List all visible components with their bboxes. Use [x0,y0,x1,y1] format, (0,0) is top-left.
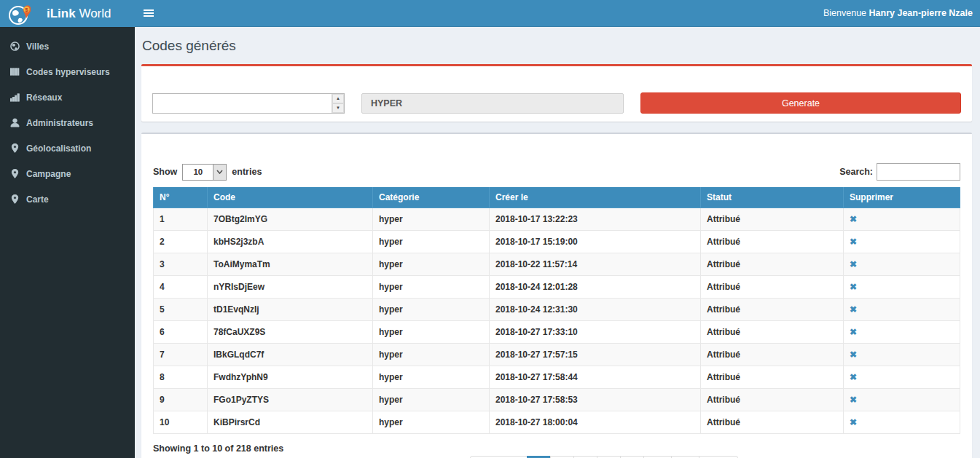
table-row: 9 FGo1PyZTYS hyper 2018-10-27 17:58:53 A… [154,388,960,411]
cell-num: 2 [154,230,208,253]
cell-status: Attribué [701,366,844,388]
table-row: 10 KiBPirsrCd hyper 2018-10-27 18:00:04 … [154,411,960,433]
cell-created: 2018-10-27 18:00:04 [490,411,701,433]
page-button-4[interactable]: 4 [597,456,621,458]
top-bar: $ iLink World Bienvenue Hanry Jean-pierr… [0,0,980,27]
delete-icon[interactable]: ✖ [850,259,857,269]
column-header-creer-le[interactable]: Créer le [490,187,701,208]
column-header-num[interactable]: N° [154,187,208,208]
cell-num: 8 [154,366,208,388]
sidebar-item-label: Carte [26,194,49,205]
page-button-5[interactable]: 5 [620,456,644,458]
sidebar-item-administrateurs[interactable]: Administrateurs [0,110,135,135]
delete-icon[interactable]: ✖ [850,214,857,224]
show-label: Show [153,167,177,177]
cell-category: hyper [373,275,490,298]
map-marker-icon [9,194,20,205]
page-title: Codes générés [142,38,972,54]
page-button-22[interactable]: 22 [671,456,700,458]
cell-category: hyper [373,208,490,230]
delete-icon[interactable]: ✖ [850,237,857,247]
sidebar-item-campagne[interactable]: Campagne [0,161,135,186]
delete-icon[interactable]: ✖ [850,327,857,337]
cell-created: 2018-10-22 11:57:14 [490,253,701,275]
delete-icon[interactable]: ✖ [850,372,857,382]
delete-icon[interactable]: ✖ [850,282,857,292]
sidebar-item-villes[interactable]: Villes [0,33,135,59]
codes-table: N° Code Catégorie Créer le Statut Suppri… [153,187,960,434]
sidebar-item-geolocalisation[interactable]: Géolocalisation [0,135,135,161]
cell-num: 9 [154,388,208,411]
column-header-code[interactable]: Code [208,187,373,208]
cell-status: Attribué [701,388,844,411]
table-row: 7 IBkGLqdC7f hyper 2018-10-27 17:57:15 A… [154,343,960,366]
brand-title: iLink World [47,7,111,21]
column-header-supprimer[interactable]: Supprimer [844,187,960,208]
category-field [361,93,624,114]
page-button-next[interactable]: Next [699,456,737,458]
sidebar-item-carte[interactable]: Carte [0,186,135,212]
cell-created: 2018-10-27 17:58:44 [490,366,701,388]
table-row: 3 ToAiMymaTm hyper 2018-10-22 11:57:14 A… [154,253,960,275]
table-header-row: N° Code Catégorie Créer le Statut Suppri… [154,187,960,208]
sidebar-item-label: Villes [26,42,49,52]
sidebar-item-label: Réseaux [26,92,62,103]
cell-category: hyper [373,253,490,275]
page-button-previous[interactable]: Previous [470,456,528,458]
table-summary: Showing 1 to 10 of 218 entries [153,443,960,454]
spin-down-icon[interactable]: ▼ [332,103,344,113]
cell-num: 5 [154,298,208,320]
page-button-1[interactable]: 1 [527,456,551,458]
table-row: 8 FwdhzYphN9 hyper 2018-10-27 17:58:44 A… [154,366,960,388]
delete-icon[interactable]: ✖ [850,350,857,360]
page-length-select[interactable]: 10 [182,164,227,181]
sidebar-item-label: Géolocalisation [26,143,91,154]
delete-icon[interactable]: ✖ [850,395,857,405]
table-row: 4 nYRIsDjEew hyper 2018-10-24 12:01:28 A… [154,275,960,298]
page-button-3[interactable]: 3 [573,456,597,458]
search-input[interactable] [877,163,960,181]
cell-created: 2018-10-27 17:58:53 [490,388,701,411]
column-header-statut[interactable]: Statut [701,187,844,208]
welcome-user-name: Hanry Jean-pierre Nzale [869,8,973,18]
cell-code: ToAiMymaTm [208,253,373,275]
cell-code: nYRIsDjEew [208,275,373,298]
pagination: Previous 1 2 3 4 5 … 22 Next [470,456,737,458]
globe-pin-logo-icon: $ [9,1,31,26]
cell-created: 2018-10-17 13:22:23 [490,208,701,230]
cell-category: hyper [373,230,490,253]
chevron-down-icon [213,165,226,180]
cell-status: Attribué [701,298,844,320]
table-row: 6 78fCaUXZ9S hyper 2018-10-27 17:33:10 A… [154,320,960,343]
brand[interactable]: $ iLink World [0,0,135,27]
cell-code: KiBPirsrCd [208,411,373,433]
welcome-text: Bienvenue Hanry Jean-pierre Nzale [823,8,973,18]
column-header-categorie[interactable]: Catégorie [373,187,490,208]
delete-icon[interactable]: ✖ [850,304,857,315]
cell-status: Attribué [701,275,844,298]
codes-table-panel: Show 10 entries Search: N° Code Catégori… [141,133,972,458]
brand-light: World [79,7,111,20]
cell-code: tD1EvqNzIj [208,298,373,320]
globe-icon [9,42,20,52]
generate-button[interactable]: Generate [640,92,961,114]
navbar: Bienvenue Hanry Jean-pierre Nzale [135,0,980,27]
code-generator-panel: ▲ ▼ Generate [141,64,972,122]
sidebar-item-reseaux[interactable]: Réseaux [0,84,135,110]
cell-created: 2018-10-27 17:57:15 [490,343,701,366]
sidebar-item-codes-hyperviseurs[interactable]: Codes hyperviseurs [0,59,135,84]
welcome-prefix: Bienvenue [823,8,869,18]
page-button-2[interactable]: 2 [550,456,574,458]
cell-num: 1 [154,208,208,230]
cell-category: hyper [373,298,490,320]
spin-up-icon[interactable]: ▲ [332,94,344,103]
cell-category: hyper [373,343,490,366]
quantity-input[interactable] [153,94,332,113]
quantity-stepper[interactable]: ▲ ▼ [152,93,345,114]
delete-icon[interactable]: ✖ [850,417,857,427]
cell-status: Attribué [701,208,844,230]
hamburger-menu-icon[interactable] [142,5,155,21]
cell-code: 78fCaUXZ9S [208,320,373,343]
map-marker-icon [9,143,20,154]
cell-code: 7OBtg2ImYG [208,208,373,230]
